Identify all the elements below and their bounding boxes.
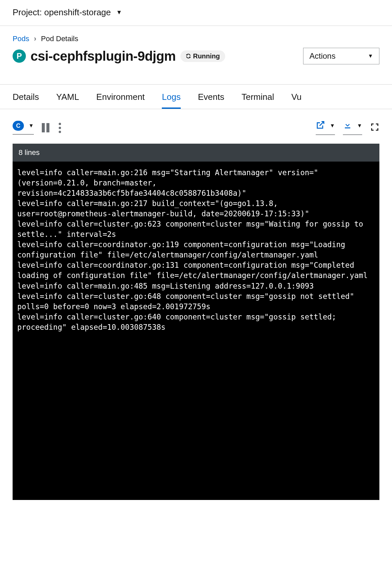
open-raw-dropdown[interactable]: ▼ <box>316 120 335 135</box>
status-badge: Running <box>180 50 225 62</box>
breadcrumb: Pods › Pod Details <box>13 35 379 43</box>
caret-down-icon: ▼ <box>330 123 335 129</box>
sync-icon <box>186 53 191 59</box>
options-kebab[interactable] <box>57 123 62 133</box>
container-selector[interactable]: C ▼ <box>13 121 34 135</box>
svg-rect-0 <box>345 127 350 128</box>
external-link-icon <box>316 120 325 131</box>
log-output[interactable]: level=info caller=main.go:216 msg="Start… <box>13 162 379 500</box>
pause-icon <box>42 123 49 132</box>
tab-terminal[interactable]: Terminal <box>241 85 274 109</box>
caret-down-icon: ▼ <box>116 9 122 16</box>
tab-yaml[interactable]: YAML <box>56 85 79 109</box>
pod-resource-badge: P <box>13 49 26 63</box>
tab-details[interactable]: Details <box>13 85 39 109</box>
tab-logs[interactable]: Logs <box>162 85 180 109</box>
tab-events[interactable]: Events <box>198 85 225 109</box>
pod-name-title: csi-cephfsplugin-9djgm <box>31 49 176 64</box>
caret-down-icon: ▼ <box>29 123 34 129</box>
expand-icon <box>370 122 379 133</box>
status-text: Running <box>193 52 220 60</box>
breadcrumb-current: Pod Details <box>41 35 78 43</box>
download-dropdown[interactable]: ▼ <box>343 120 362 135</box>
breadcrumb-root-link[interactable]: Pods <box>13 35 29 43</box>
tab-vulnerabilities[interactable]: Vu <box>291 85 301 109</box>
download-icon <box>343 120 352 131</box>
log-toolbar: C ▼ ▼ ▼ <box>0 109 392 144</box>
project-label: Project: openshift-storage <box>13 7 111 18</box>
container-chip: C <box>13 121 24 131</box>
actions-dropdown[interactable]: Actions ▼ <box>303 48 379 64</box>
caret-down-icon: ▼ <box>357 123 362 129</box>
log-line-count: 8 lines <box>13 144 379 162</box>
kebab-icon <box>57 123 62 133</box>
actions-label: Actions <box>309 51 336 61</box>
tab-environment[interactable]: Environment <box>96 85 145 109</box>
tabs: Details YAML Environment Logs Events Ter… <box>0 84 392 109</box>
expand-button[interactable] <box>370 122 379 133</box>
chevron-right-icon: › <box>34 35 36 43</box>
pause-button[interactable] <box>42 123 49 132</box>
caret-down-icon: ▼ <box>368 53 373 59</box>
project-selector[interactable]: Project: openshift-storage ▼ <box>0 0 392 26</box>
